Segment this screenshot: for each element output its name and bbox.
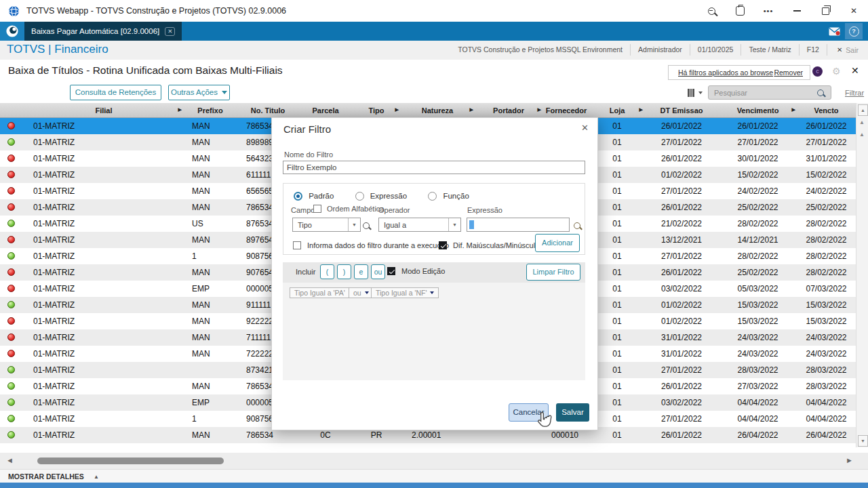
table-cell: MAN [183,313,237,329]
collapse-up-icon[interactable]: ▲ [94,474,99,480]
close-button[interactable]: ✕ [840,0,868,22]
sair-button[interactable]: ✕ Sair [827,44,864,56]
operador-select[interactable]: Igual a ▼ [378,218,461,232]
table-cell: 01 [590,378,644,394]
table-cell: EMP [183,394,237,411]
consulta-retencoes-button[interactable]: Consulta de Retenções [70,85,161,100]
table-cell: 07/03/2022 [797,281,856,297]
scroll-up-icon[interactable]: ▲ [859,119,865,125]
search-input[interactable] [709,88,817,98]
scroll-thumb[interactable] [37,458,224,464]
campo-select[interactable]: Tipo ▼ [292,218,361,232]
green-status-icon [7,220,15,227]
minimize-button[interactable] [783,0,811,22]
scroll-up2-icon[interactable]: ▲ [859,131,865,138]
grid-header-cell[interactable]: Fornecedor [542,103,590,118]
table-cell: 28/03/2022 [797,362,856,378]
vertical-scrollbar[interactable]: ▲ ▲ ▲ ▼ [856,103,868,447]
page-header: Baixa de Títulos - Rotina Unificada com … [0,60,868,83]
grid-header-cell[interactable] [0,103,24,118]
limpar-filtro-button[interactable]: Limpar Filtro [526,264,580,281]
radio-padrao[interactable]: Padrão [294,192,336,200]
salvar-button[interactable]: Salvar [556,403,589,422]
ou-button[interactable]: ou [371,264,385,279]
filters-applied-link[interactable]: Há filtros aplicados ao browse [678,68,773,77]
table-cell: 01-MATRIZ [24,232,183,248]
dif-maiusculas-checkbox[interactable]: Dif. Maiúsculas/Minúsculas [439,241,543,249]
filter-name-input[interactable] [283,161,585,174]
scroll-top-icon[interactable]: ▲ [858,104,868,116]
sort-arrow-icon: ▶ [178,107,182,113]
scroll-left-icon[interactable]: ◄ [6,456,14,464]
grid-header-cell[interactable]: Portador▶ [475,103,542,118]
ordem-alfabetica-checkbox[interactable]: Ordem Alfabética [313,205,384,213]
table-cell: 01-MATRIZ [24,134,183,150]
remove-filters-link[interactable]: Remover [774,68,803,77]
scroll-down-icon[interactable]: ▼ [858,435,868,447]
table-cell: 01 [590,281,644,297]
modal-close-icon[interactable]: ✕ [581,123,589,133]
grid-header-cell[interactable]: Tipo▶ [353,103,400,118]
help-icon[interactable]: ? [845,23,863,39]
table-cell: 21/02/2022 [644,216,719,232]
env-bar: TOTVS | Financeiro TOTVS Construção e Pr… [0,41,868,60]
table-cell-status [0,297,24,313]
env-item-f12[interactable]: F12 [799,44,827,56]
user-avatar[interactable]: c [812,66,823,77]
grid-header-cell[interactable]: Loja▶ [590,103,644,118]
grid-header-cell[interactable]: Filial▶ [24,103,183,118]
table-cell: 27/01/2022 [719,134,797,150]
adicionar-button[interactable]: Adicionar [535,234,580,252]
tab-close-icon[interactable]: ✕ [165,27,175,36]
filter-chip[interactable]: Tipo Igual a 'PA' [290,287,357,298]
grid-header-cell[interactable]: DT Emissao [644,103,719,118]
table-cell: 15/03/2022 [719,313,797,329]
window-title: TOTVS Webapp - TOTVS Construção e Projet… [26,6,286,16]
table-cell-status [0,167,24,183]
campo-search-icon[interactable] [363,220,370,232]
radio-expressao[interactable]: Expressão [355,192,410,200]
env-item-date: 01/10/2025 [690,44,741,56]
search-icon[interactable] [817,89,824,96]
mail-icon[interactable] [826,23,842,39]
filter-chip[interactable]: Tipo Igual a 'NF' [371,287,439,298]
informa-dados-checkbox[interactable]: Informa dados do filtro durante a execuç… [293,241,449,249]
table-cell: 31/01/2022 [644,346,719,362]
radio-funcao[interactable]: Função [428,192,469,200]
sort-arrow-icon: ▶ [792,107,795,113]
sort-arrow-icon: ▶ [470,107,473,113]
horizontal-scrollbar[interactable]: ◄ ► [0,453,868,469]
column-config-icon[interactable] [688,89,703,97]
scroll-right-icon[interactable]: ► [846,456,853,464]
grid-header-cell[interactable]: Prefixo [183,103,237,118]
tab-switcher-icon[interactable] [726,0,754,22]
grid-header-cell[interactable]: Natureza▶ [400,103,475,118]
routine-close-icon[interactable]: ✕ [851,65,859,76]
maximize-button[interactable] [811,0,840,22]
table-cell-status [0,183,24,199]
e-button[interactable]: e [354,264,368,279]
grid-header-cell[interactable]: Parcela [298,103,353,118]
grid-header-cell[interactable]: Vencto [797,103,856,118]
active-tab[interactable]: Baixas Pagar Automática [02.9.0006] ✕ [24,22,182,41]
checkbox-icon [313,205,321,213]
filtrar-link[interactable]: Filtrar [845,89,864,97]
table-cell: 26/04/2022 [797,427,856,443]
tab-label: Baixas Pagar Automática [02.9.0006] [31,27,159,35]
filter-chip-connector[interactable]: ou [349,287,374,298]
paren-close-button[interactable]: ) [337,264,351,279]
expressao-input[interactable] [467,218,570,232]
settings-gear-icon[interactable]: ⚙ [832,66,841,77]
zoom-out-icon[interactable] [697,0,726,22]
grid-header-cell[interactable]: No. Titulo [237,103,298,118]
modo-edicao-checkbox[interactable]: Modo Edição [387,267,445,275]
mostrar-detalhes-toggle[interactable]: MOSTRAR DETALHES [8,472,84,481]
table-cell: 01 [590,118,644,135]
table-cell: 03/02/2022 [644,394,719,411]
more-icon[interactable]: ••• [754,0,783,22]
expressao-search-icon[interactable] [574,220,580,232]
outras-acoes-button[interactable]: Outras Ações [168,85,230,100]
env-item-user: Administrador [630,44,690,56]
paren-open-button[interactable]: ( [320,264,334,279]
grid-header-cell[interactable]: Vencimento▶ [719,103,797,118]
